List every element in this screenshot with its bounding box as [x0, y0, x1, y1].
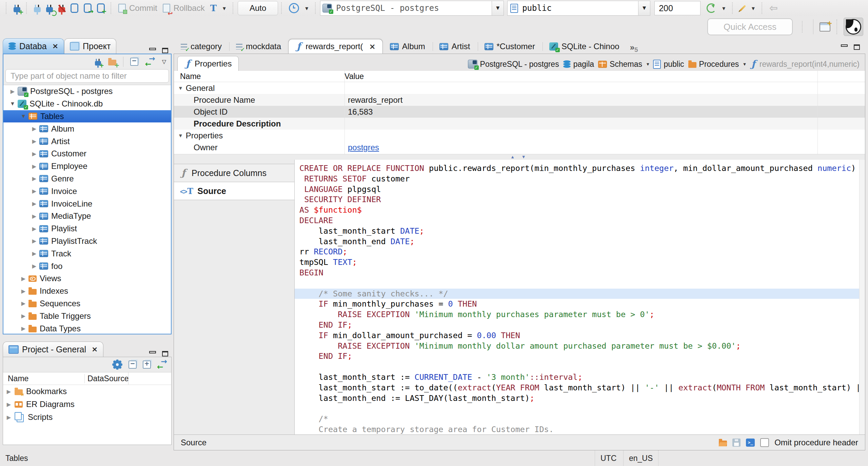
connection-combo[interactable]: ✓ PostgreSQL - postgres ▼ [320, 1, 504, 16]
column-header-name[interactable]: Name [3, 374, 84, 383]
tab-project-general[interactable]: Project - General × [3, 342, 103, 357]
tree-item-views[interactable]: ▶Views [3, 272, 171, 285]
editor-tab-rewards-report-[interactable]: ƒrewards_report(× [288, 39, 383, 54]
link-with-editor-icon[interactable]: →← [157, 360, 167, 369]
view-menu-icon[interactable]: ▽ [162, 59, 166, 64]
property-row-object-id[interactable]: Object ID16,583 [174, 106, 865, 118]
tree-item-invoiceline[interactable]: ▶InvoiceLine [3, 197, 171, 210]
property-row-owner[interactable]: Ownerpostgres [174, 141, 865, 153]
tree-item-foo[interactable]: ▶foo [3, 260, 171, 272]
column-header-value[interactable]: Value [344, 72, 364, 81]
splitter-handle[interactable]: ▲ ▼ [174, 154, 865, 160]
close-icon[interactable]: × [92, 346, 98, 353]
tree-item-table-triggers[interactable]: ▶Table Triggers [3, 310, 171, 322]
property-row-properties[interactable]: ▼Properties [174, 130, 865, 141]
editor-tab--customer[interactable]: *Customer [477, 39, 542, 54]
project-item-bookmarks[interactable]: ▶★Bookmarks [3, 385, 171, 398]
schema-combo-dropdown[interactable]: ▼ [638, 1, 650, 15]
source-code-viewer[interactable]: CREATE OR REPLACE FUNCTION public.reward… [295, 160, 865, 434]
chevron-right-icon[interactable]: ▶ [29, 213, 39, 219]
disconnect-button[interactable] [56, 1, 68, 15]
quick-access-input[interactable]: Quick Access [707, 18, 793, 35]
open-console-icon[interactable]: >_ [746, 439, 755, 447]
minimize-icon[interactable] [840, 44, 848, 50]
tree-item-genre[interactable]: ▶Genre [3, 173, 171, 185]
object-filter-input[interactable]: Type part of object name to filter [5, 69, 169, 83]
chevron-down-icon[interactable]: ▼ [178, 133, 183, 138]
history-button[interactable]: ▼ [286, 1, 312, 15]
chevron-right-icon[interactable]: ▶ [18, 288, 28, 294]
tab-project-explorer[interactable]: Проект [64, 38, 116, 54]
new-folder-icon[interactable]: + [108, 60, 116, 65]
editor-tab-sqlite-chinoo[interactable]: ✓SQLite - Chinoo [542, 39, 627, 54]
property-row-procedure-name[interactable]: Procedure Namerewards_report [174, 94, 865, 106]
chevron-right-icon[interactable]: ▶ [29, 125, 39, 132]
new-connection-icon[interactable]: + [95, 61, 101, 65]
tree-item-indexes[interactable]: ▶Indexes [3, 285, 171, 297]
chevron-down-icon[interactable]: ▾ [647, 61, 649, 67]
chevron-right-icon[interactable]: ▶ [18, 325, 28, 332]
save-file-icon[interactable] [732, 439, 741, 447]
tree-item-track[interactable]: ▶Track [3, 247, 171, 260]
tree-item-artist[interactable]: ▶Artist [3, 135, 171, 148]
column-header-name[interactable]: Name [174, 72, 344, 81]
transaction-new-button[interactable]: + [94, 1, 107, 15]
tab-database-navigator[interactable]: Databa × [3, 38, 64, 54]
chevron-right-icon[interactable]: ▶ [18, 275, 28, 282]
chevron-down-icon[interactable]: ▼ [7, 101, 18, 107]
editor-tab-artist[interactable]: Artist [432, 39, 477, 54]
close-icon[interactable]: × [52, 42, 58, 50]
property-row-general[interactable]: ▼General [174, 82, 865, 94]
link-with-editor-icon[interactable]: →← [145, 57, 155, 66]
breadcrumb-item-rewards-report-int4-numeric-[interactable]: ƒrewards_report(int4,numeric) [750, 59, 860, 69]
minimize-icon[interactable] [149, 47, 156, 54]
commit-button[interactable]: Commit [116, 1, 160, 15]
breadcrumb-item-pagila[interactable]: pagila [563, 60, 594, 69]
tree-item-customer[interactable]: ▶Customer [3, 148, 171, 160]
transaction-log-button[interactable] [68, 1, 81, 15]
chevron-right-icon[interactable]: ▶ [29, 151, 39, 157]
chevron-right-icon[interactable]: ▶ [18, 300, 28, 307]
tree-item-album[interactable]: ▶Album [3, 122, 171, 135]
maximize-icon[interactable] [161, 47, 169, 54]
minimize-icon[interactable] [149, 351, 156, 357]
chevron-right-icon[interactable]: ▶ [29, 263, 39, 269]
back-button[interactable]: ⇦ [767, 1, 781, 15]
generate-sql-button[interactable]: ▼ [737, 1, 758, 15]
new-connection-button[interactable]: + [11, 1, 23, 15]
chevron-right-icon[interactable]: ▶ [29, 175, 39, 182]
chevron-right-icon[interactable]: ▶ [3, 388, 15, 395]
subtab-source[interactable]: <>TSource [174, 182, 294, 200]
connection-combo-dropdown[interactable]: ▼ [492, 1, 504, 15]
maximize-icon[interactable] [161, 351, 169, 357]
tab-overflow-indicator[interactable]: »5 [627, 41, 642, 54]
chevron-right-icon[interactable]: ▶ [29, 238, 39, 244]
subtab-procedure-columns[interactable]: ƒProcedure Columns [174, 164, 294, 182]
expand-all-icon[interactable] [143, 361, 151, 369]
editor-tab-album[interactable]: Album [383, 39, 432, 54]
owner-link[interactable]: postgres [348, 143, 379, 152]
property-row-procedure-description[interactable]: Procedure Description [174, 118, 865, 130]
project-item-scripts[interactable]: ▶Scripts [3, 411, 171, 424]
open-perspective-icon[interactable]: + [820, 22, 830, 32]
breadcrumb-item-schemas[interactable]: Schemas▾ [598, 60, 649, 69]
breadcrumb-item-public[interactable]: public [653, 60, 684, 69]
pending-transactions-button[interactable]: T ▼ [208, 1, 230, 15]
breadcrumb-item-procedures[interactable]: Procedures▾ [688, 60, 746, 69]
chevron-right-icon[interactable]: ▶ [29, 226, 39, 232]
vertical-scrollbar[interactable] [859, 160, 865, 434]
tree-item-invoice[interactable]: ▶Invoice [3, 185, 171, 197]
collapse-all-icon[interactable] [129, 361, 137, 369]
tree-item-sequences[interactable]: ▶Sequences [3, 297, 171, 310]
reconnect-button[interactable] [43, 1, 56, 15]
chevron-right-icon[interactable]: ▶ [3, 401, 15, 408]
connect-button[interactable] [31, 1, 43, 15]
fetch-size-input[interactable]: 200 [654, 1, 701, 15]
column-header-datasource[interactable]: DataSource [84, 374, 128, 383]
chevron-right-icon[interactable]: ▶ [18, 313, 28, 319]
commit-mode-button[interactable]: Auto [238, 1, 278, 15]
chevron-down-icon[interactable]: ▼ [18, 113, 28, 119]
editor-tab-category[interactable]: ✓category [174, 39, 229, 54]
editor-tab-mockdata[interactable]: ✓mockdata [229, 39, 288, 54]
chevron-right-icon[interactable]: ▶ [29, 163, 39, 170]
